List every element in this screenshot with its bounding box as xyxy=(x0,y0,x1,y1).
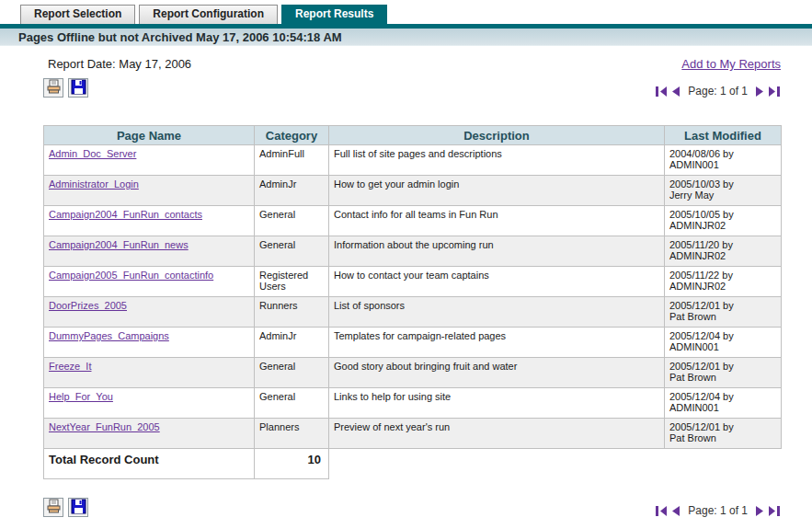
page-name-link[interactable]: DummyPages_Campaigns xyxy=(49,330,169,341)
last-page-button[interactable] xyxy=(768,86,781,97)
report-results-panel: Report Date: May 17, 2006 Add to My Repo… xyxy=(0,46,812,517)
table-row: Campaign2005_FunRun_contactinfoRegistere… xyxy=(44,267,782,297)
header-last-modified: Last Modified xyxy=(665,126,782,145)
total-record-count-value: 10 xyxy=(255,449,329,479)
page-name-link[interactable]: Help_For_You xyxy=(49,391,113,402)
table-row: NextYear_FunRun_2005PlannersPreview of n… xyxy=(44,419,782,449)
page-name-cell: Help_For_You xyxy=(44,388,255,419)
print-icon xyxy=(46,79,62,98)
tab-report-results[interactable]: Report Results xyxy=(281,5,387,24)
first-page-button[interactable] xyxy=(655,86,668,97)
add-to-my-reports-link[interactable]: Add to My Reports xyxy=(681,57,781,71)
prev-page-button[interactable] xyxy=(670,86,681,97)
print-icon xyxy=(46,499,62,517)
category-cell: Registered Users xyxy=(255,267,329,297)
description-cell: Full list of site pages and descriptions xyxy=(329,145,665,176)
category-cell: General xyxy=(255,358,329,388)
page-name-link[interactable]: Campaign2005_FunRun_contactinfo xyxy=(49,270,213,281)
page-name-link[interactable]: DoorPrizes_2005 xyxy=(49,300,127,311)
last-modified-cell: 2005/12/01 byPat Brown xyxy=(665,419,782,449)
tab-report-selection[interactable]: Report Selection xyxy=(20,5,135,24)
description-cell: Templates for campaign-related pages xyxy=(329,328,665,358)
page-name-link[interactable]: Administrator_Login xyxy=(49,178,139,190)
save-button[interactable] xyxy=(68,78,88,98)
last-modified-cell: 2005/12/04 byADMIN001 xyxy=(665,388,782,419)
page-name-link[interactable]: NextYear_FunRun_2005 xyxy=(49,421,160,432)
page-name-cell: DummyPages_Campaigns xyxy=(44,328,255,358)
next-page-button[interactable] xyxy=(754,86,765,97)
description-cell: How to get your admin login xyxy=(329,176,665,206)
last-modified-cell: 2005/12/04 byADMIN001 xyxy=(665,328,782,358)
table-header-row: Page Name Category Description Last Modi… xyxy=(44,126,782,145)
total-record-count-label: Total Record Count xyxy=(44,449,255,479)
table-row: Campaign2004_FunRun_newsGeneralInformati… xyxy=(44,236,782,267)
report-table: Page Name Category Description Last Modi… xyxy=(43,125,782,479)
description-cell: Good story about bringing fruit and wate… xyxy=(329,358,665,388)
toolbar-top xyxy=(43,78,88,98)
page-name-cell: Campaign2004_FunRun_contacts xyxy=(44,206,255,236)
page-name-cell: DoorPrizes_2005 xyxy=(44,297,255,328)
report-title-text: Pages Offline but not Archived May 17, 2… xyxy=(18,30,342,44)
page-name-link[interactable]: Campaign2004_FunRun_news xyxy=(49,239,189,250)
pager-top: Page: 1 of 1 xyxy=(655,85,781,98)
category-cell: AdminJr xyxy=(255,328,329,358)
page-name-cell: Campaign2005_FunRun_contactinfo xyxy=(44,267,255,297)
report-table-body: Admin_Doc_ServerAdminFullFull list of si… xyxy=(44,145,782,449)
page-name-cell: NextYear_FunRun_2005 xyxy=(44,419,255,449)
save-button[interactable] xyxy=(68,498,88,517)
page-name-cell: Admin_Doc_Server xyxy=(44,145,255,176)
description-cell: Contact info for all teams in Fun Run xyxy=(329,206,665,236)
last-modified-cell: 2005/12/01 byPat Brown xyxy=(665,297,782,328)
category-cell: Planners xyxy=(255,419,329,449)
first-page-button[interactable] xyxy=(655,506,668,516)
description-cell: How to contact your team captains xyxy=(329,267,665,297)
page-indicator: Page: 1 of 1 xyxy=(684,504,751,517)
table-row: DummyPages_CampaignsAdminJrTemplates for… xyxy=(44,328,782,358)
category-cell: General xyxy=(255,388,329,419)
header-category: Category xyxy=(255,126,329,145)
last-modified-cell: 2005/10/05 byADMINJR02 xyxy=(665,206,782,236)
table-row: Campaign2004_FunRun_contactsGeneralConta… xyxy=(44,206,782,236)
category-cell: General xyxy=(255,206,329,236)
category-cell: AdminJr xyxy=(255,176,329,206)
header-page-name: Page Name xyxy=(44,126,255,145)
last-modified-cell: 2004/08/06 byADMIN001 xyxy=(665,145,782,176)
print-button[interactable] xyxy=(43,498,63,517)
table-row: Freeze_ItGeneralGood story about bringin… xyxy=(44,358,782,388)
description-cell: List of sponsors xyxy=(329,297,665,328)
last-page-button[interactable] xyxy=(768,506,781,516)
save-icon xyxy=(71,79,86,98)
table-row: Help_For_YouGeneralLinks to help for usi… xyxy=(44,388,782,419)
category-cell: General xyxy=(255,236,329,267)
description-cell: Preview of next year's run xyxy=(329,419,665,449)
page-name-link[interactable]: Campaign2004_FunRun_contacts xyxy=(49,209,202,220)
page-indicator: Page: 1 of 1 xyxy=(684,85,751,98)
header-description: Description xyxy=(329,126,665,145)
tab-strip: Report Selection Report Configuration Re… xyxy=(0,0,812,24)
last-modified-cell: 2005/10/03 byJerry May xyxy=(665,176,782,206)
page-name-cell: Campaign2004_FunRun_news xyxy=(44,236,255,267)
page-name-link[interactable]: Freeze_It xyxy=(49,361,91,372)
description-cell: Information about the upcoming run xyxy=(329,236,665,267)
pager-bottom: Page: 1 of 1 xyxy=(655,504,781,517)
table-row: Admin_Doc_ServerAdminFullFull list of si… xyxy=(44,145,782,176)
last-modified-cell: 2005/11/22 byADMINJR02 xyxy=(665,267,782,297)
category-cell: Runners xyxy=(255,297,329,328)
report-title-bar: Pages Offline but not Archived May 17, 2… xyxy=(0,29,812,46)
toolbar-bottom xyxy=(43,498,88,517)
print-button[interactable] xyxy=(43,78,63,98)
last-modified-cell: 2005/12/01 byPat Brown xyxy=(665,358,782,388)
prev-page-button[interactable] xyxy=(670,506,681,516)
save-icon xyxy=(71,499,86,517)
description-cell: Links to help for using site xyxy=(329,388,665,419)
category-cell: AdminFull xyxy=(255,145,329,176)
table-row: Administrator_LoginAdminJrHow to get you… xyxy=(44,176,782,206)
page-name-link[interactable]: Admin_Doc_Server xyxy=(49,148,136,159)
table-row: DoorPrizes_2005RunnersList of sponsors20… xyxy=(44,297,782,328)
total-row: Total Record Count 10 xyxy=(44,449,782,479)
last-modified-cell: 2005/11/20 byADMINJR02 xyxy=(665,236,782,267)
page-name-cell: Freeze_It xyxy=(44,358,255,388)
next-page-button[interactable] xyxy=(754,506,765,516)
report-date-label: Report Date: May 17, 2006 xyxy=(48,57,191,71)
tab-report-configuration[interactable]: Report Configuration xyxy=(139,5,278,24)
